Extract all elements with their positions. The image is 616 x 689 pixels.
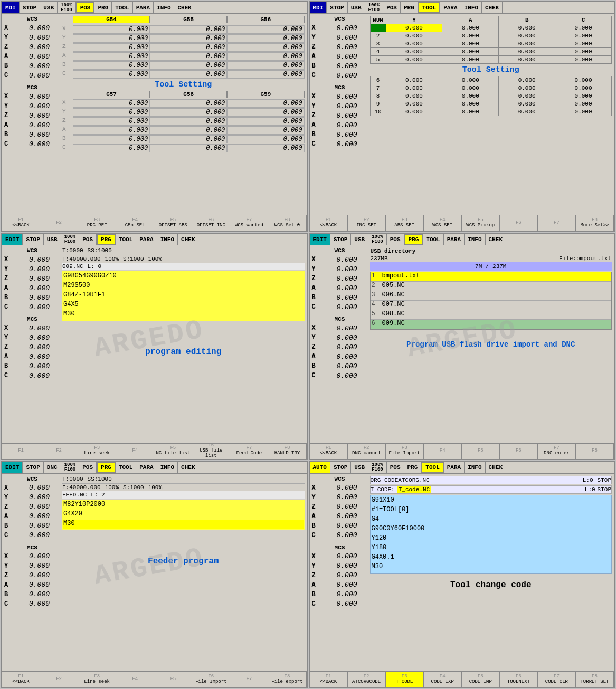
f4-g5nsel[interactable]: F4G5n SEL <box>116 215 154 231</box>
tab-info-br[interactable]: INFO <box>465 462 485 473</box>
tab-prg[interactable]: PRG <box>94 2 112 13</box>
tool-row-4[interactable]: 40.0000.0000.0000.000 <box>370 48 612 56</box>
tab-para-mr[interactable]: PARA <box>444 234 465 245</box>
g58-label[interactable]: G58 <box>150 91 227 98</box>
f6-offsetinc[interactable]: F6OFFSET INC <box>192 215 230 231</box>
f1-back[interactable]: F1<<BACK <box>2 215 40 231</box>
tool-row-5[interactable]: 50.0000.0000.0000.000 <box>370 56 612 64</box>
tab-tool-ml[interactable]: TOOL <box>116 234 136 245</box>
f3-prgref[interactable]: F3PRG REF <box>78 215 116 231</box>
f8-hanld-ml[interactable]: F8HANLD TRY <box>268 444 306 459</box>
f1-back-br[interactable]: F1<<BACK <box>310 672 348 687</box>
f1-ml[interactable]: F1 <box>2 444 40 459</box>
mode-edit-mr[interactable]: EDIT <box>310 234 330 245</box>
f4-wcsset[interactable]: F4WCS SET <box>424 215 462 231</box>
f8-turretset[interactable]: F8TURRET SET <box>576 672 614 687</box>
f4-codeexp[interactable]: F4CODE EXP <box>424 672 462 687</box>
file-row-5[interactable]: 5008.NC <box>371 310 612 320</box>
tab-para[interactable]: PARA <box>133 2 154 13</box>
f5-ncfile-ml[interactable]: F5NC file list <box>154 444 192 459</box>
tab-para-ml[interactable]: PARA <box>136 234 157 245</box>
f2[interactable]: F2 <box>40 215 78 231</box>
f3-fileimport-mr[interactable]: F3File Import <box>386 444 424 459</box>
f2-atcorgcode[interactable]: F2ATCORGCODE <box>348 672 386 687</box>
f7-feedcode-ml[interactable]: F7Feed Code <box>230 444 268 459</box>
file-row-2[interactable]: 2005.NC <box>371 282 612 291</box>
g55-label[interactable]: G55 <box>150 16 227 23</box>
f6-mr[interactable]: F6 <box>500 444 538 459</box>
f8-mr[interactable]: F8 <box>576 444 614 459</box>
file-row-4[interactable]: 4007.NC <box>371 301 612 310</box>
prog-display-ml[interactable]: G98G54G90G0Z10 M29S500 G84Z-10R1F1 G4X5 … <box>62 271 305 321</box>
tab-para-br[interactable]: PARA <box>444 462 465 473</box>
tab-tool-bl[interactable]: TOOL <box>116 462 136 473</box>
tab-para-bl[interactable]: PARA <box>136 462 157 473</box>
g56-label[interactable]: G56 <box>227 16 304 23</box>
tab-tool[interactable]: TOOL <box>112 2 132 13</box>
tab-pos-br[interactable]: POS <box>387 462 404 473</box>
tool-row-6[interactable]: 60.0000.0000.0000.000 <box>370 76 612 84</box>
tab-info-ml[interactable]: INFO <box>157 234 178 245</box>
f4-ml[interactable]: F4 <box>116 444 154 459</box>
tab-tool-tr[interactable]: TOOL <box>418 2 440 13</box>
mode-auto-br[interactable]: AUTO <box>310 462 330 473</box>
tab-chek-tr[interactable]: CHEK <box>482 2 503 13</box>
f3-lineseek-bl[interactable]: F3Line seek <box>78 672 116 687</box>
f7-codeclr[interactable]: F7CODE CLR <box>538 672 576 687</box>
f5-bl[interactable]: F5 <box>154 672 192 687</box>
tab-pos-mr[interactable]: POS <box>387 234 404 245</box>
mode-edit-ml[interactable]: EDIT <box>2 234 23 245</box>
f1-back-mr[interactable]: F1<<BACK <box>310 444 348 459</box>
tab-prg-bl[interactable]: PRG <box>97 462 116 473</box>
f6-usbfile-ml[interactable]: F6USB file list <box>192 444 230 459</box>
f3-tcode[interactable]: F3T CODE <box>386 672 424 687</box>
tool-row-8[interactable]: 80.0000.0000.0000.000 <box>370 92 612 100</box>
f6-toolnext[interactable]: F6TOOLNEXT <box>500 672 538 687</box>
tab-chek-ml[interactable]: CHEK <box>178 234 198 245</box>
f4-mr[interactable]: F4 <box>424 444 462 459</box>
tab-prg-ml[interactable]: PRG <box>97 234 116 245</box>
f5-mr[interactable]: F5 <box>462 444 500 459</box>
f7-dncenter[interactable]: F7DNC enter <box>538 444 576 459</box>
tab-info-tr[interactable]: INFO <box>461 2 482 13</box>
tab-pos-ml[interactable]: POS <box>79 234 97 245</box>
mode-mdi-tr[interactable]: MDI <box>310 2 327 13</box>
tab-info-mr[interactable]: INFO <box>465 234 485 245</box>
g59-label[interactable]: G59 <box>227 91 304 98</box>
tab-pos-bl[interactable]: POS <box>79 462 97 473</box>
f7-bl[interactable]: F7 <box>230 672 268 687</box>
file-row-1[interactable]: 1bmpout.txt <box>371 272 612 282</box>
g54-label[interactable]: G54 <box>73 16 150 23</box>
tool-row-2[interactable]: 20.0000.0000.0000.000 <box>370 32 612 40</box>
f6-fileimport-bl[interactable]: F6File Import <box>192 672 230 687</box>
tool-row-9[interactable]: 90.0000.0000.0000.000 <box>370 100 612 108</box>
tab-info[interactable]: INFO <box>154 2 174 13</box>
f2-bl[interactable]: F2 <box>40 672 78 687</box>
f8-wcset0[interactable]: F8WCS Set 0 <box>268 215 306 231</box>
file-row-6[interactable]: 6009.NC <box>371 320 612 329</box>
f3-lineseek-ml[interactable]: F3Line seek <box>78 444 116 459</box>
f5-offsetabs[interactable]: F5OFFSET ABS <box>154 215 192 231</box>
f3-absset[interactable]: F3ABS SET <box>386 215 424 231</box>
code-display-br[interactable]: G91X10 #1=TOOL[0] G4 G90C0Y60F10000 Y120… <box>370 495 612 574</box>
tab-tool-mr[interactable]: TOOL <box>423 234 443 245</box>
tab-prg-tr[interactable]: PRG <box>401 2 418 13</box>
tab-pos-tr[interactable]: POS <box>383 2 401 13</box>
g57-label[interactable]: G57 <box>73 91 150 98</box>
tab-chek-bl[interactable]: CHEK <box>178 462 198 473</box>
mode-edit-bl[interactable]: EDIT <box>2 462 23 473</box>
tab-chek[interactable]: CHEK <box>174 2 195 13</box>
tab-para-tr[interactable]: PARA <box>440 2 461 13</box>
tab-info-bl[interactable]: INFO <box>157 462 178 473</box>
mode-mdi[interactable]: MDI <box>2 2 20 13</box>
f5-wcspickup[interactable]: F5WCS Pickup <box>462 215 500 231</box>
f8-moreset[interactable]: F8More Set>> <box>576 215 614 231</box>
tool-row-7[interactable]: 70.0000.0000.0000.000 <box>370 84 612 92</box>
tool-row-10[interactable]: 100.0000.0000.0000.000 <box>370 108 612 116</box>
prog-display-bl[interactable]: M82Y10P2000 G4X20 M30 <box>62 500 305 530</box>
f2-dnccancel[interactable]: F2DNC cancel <box>348 444 386 459</box>
f4-bl[interactable]: F4 <box>116 672 154 687</box>
f7-tr[interactable]: F7 <box>538 215 576 231</box>
f2-incset[interactable]: F2INC SET <box>348 215 386 231</box>
f1-back-bl[interactable]: F1<<BACK <box>2 672 40 687</box>
